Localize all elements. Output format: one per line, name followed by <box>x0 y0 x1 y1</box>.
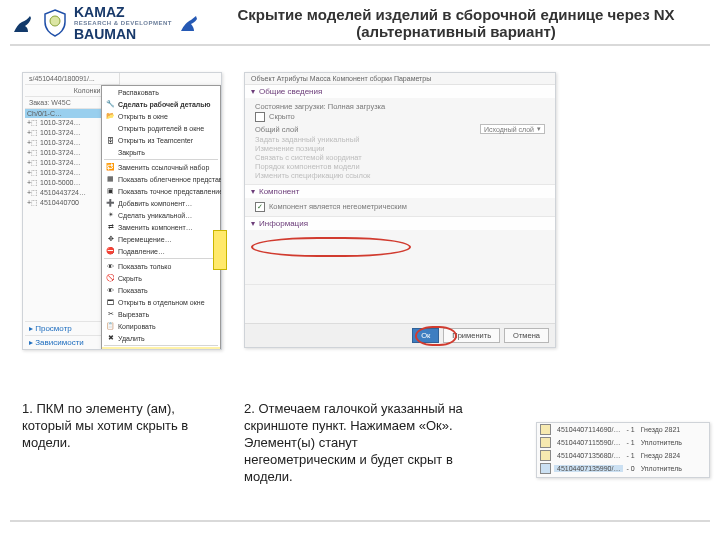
dialog-tabs: Объект Атрибуты Масса Компонент сборки П… <box>245 73 555 85</box>
ctx-item[interactable]: ✴Сделать уникальной… <box>102 209 220 221</box>
screenshot-properties-dialog: Объект Атрибуты Масса Компонент сборки П… <box>244 72 556 348</box>
teamcenter-icon: 🗄 <box>106 136 115 145</box>
hide-icon: 🚫 <box>106 274 115 283</box>
ctx-item[interactable]: 🗄Открыть из Teamcenter <box>102 134 220 146</box>
unique-icon: ✴ <box>106 211 115 220</box>
ctx-item[interactable]: 🔁Заменить ссылочный набор <box>102 161 220 173</box>
footer-divider <box>10 520 710 522</box>
cube-icon: ▣ <box>106 187 115 196</box>
caption-step-1: 1. ПКМ по элементу (ам), который мы хоти… <box>22 400 212 451</box>
wrench-icon: 🔧 <box>106 100 115 109</box>
suppress-icon: ⛔ <box>106 247 115 256</box>
disabled-option: Связать с системой координат <box>255 153 545 162</box>
ctx-item[interactable]: ⛔Подавление… <box>102 245 220 257</box>
swap-icon: ⇄ <box>106 223 115 232</box>
window-icon: 🗔 <box>106 298 115 307</box>
part-swatch-icon <box>540 450 551 461</box>
layer-dropdown[interactable]: Исходный слой▾ <box>480 124 545 134</box>
separator <box>104 258 218 259</box>
ctx-item[interactable]: Открыть родителей в окне <box>102 122 220 134</box>
nongeometric-checkbox[interactable] <box>255 202 265 212</box>
chevron-down-icon: ▾ <box>251 87 255 96</box>
ctx-item[interactable]: Закрыть <box>102 146 220 158</box>
visible-only-icon: 👁 <box>106 262 115 271</box>
ctx-item[interactable]: Распаковать <box>102 86 220 98</box>
kamaz-horse-icon <box>10 10 36 36</box>
separator <box>104 159 218 160</box>
properties-icon: 📝 <box>106 349 115 351</box>
section-component[interactable]: ▾Компонент <box>245 185 555 198</box>
disabled-option: Изменить спецификацию ссылок <box>255 171 545 180</box>
svg-point-0 <box>50 16 60 26</box>
logo-cluster: KAMAZ RESEARCH & DEVELOPMENT BAUMAN <box>10 7 202 40</box>
mini-row-selected: 45104407135990/…- 0Уплотнитель <box>537 462 709 475</box>
nongeometric-label: Компонент является негеометрическим <box>269 202 407 211</box>
ctx-item[interactable]: 🔧Сделать рабочей деталью <box>102 98 220 110</box>
dialog-buttons: Ок Применить Отмена <box>245 323 555 347</box>
screenshot-tree-context: s/4510440/180091/... Колонки : Св Заказ:… <box>22 72 222 350</box>
screenshot-result-list: 45104407114690/…- 1Гнездо 2821 451044071… <box>536 422 710 478</box>
add-icon: ➕ <box>106 199 115 208</box>
ctx-item[interactable]: 👁Показать <box>102 284 220 296</box>
divider <box>10 44 710 46</box>
load-state: Состояние загрузки: Полная загрузка <box>255 102 545 111</box>
copy-icon: 📋 <box>106 322 115 331</box>
cancel-button[interactable]: Отмена <box>504 328 549 343</box>
move-icon: ✥ <box>106 235 115 244</box>
slide-header: KAMAZ RESEARCH & DEVELOPMENT BAUMAN Скры… <box>0 0 720 40</box>
separator <box>104 345 218 346</box>
delete-icon: ✖ <box>106 334 115 343</box>
part-swatch-icon <box>540 437 551 448</box>
bauman-crest-icon <box>42 9 68 37</box>
ctx-item[interactable]: 👁Показать только <box>102 260 220 272</box>
blue-horse-icon <box>178 11 202 35</box>
layer-label: Общий слой <box>255 125 298 134</box>
disabled-option: Порядок компонентов модели <box>255 162 545 171</box>
ctx-item[interactable]: 📂Открыть в окне <box>102 110 220 122</box>
hidden-checkbox[interactable] <box>255 112 265 122</box>
disabled-option: Задать заданный уникальный <box>255 135 545 144</box>
section-general[interactable]: ▾Общие сведения <box>245 85 555 98</box>
ctx-item[interactable]: ▦Показать облегченное представление <box>102 173 220 185</box>
ctx-item[interactable]: ▣Показать точное представление <box>102 185 220 197</box>
yellow-highlight <box>213 230 227 270</box>
part-swatch-icon <box>540 424 551 435</box>
ctx-item[interactable]: ✖Удалить <box>102 332 220 344</box>
tree-path: s/4510440/180091/... <box>25 73 119 85</box>
section-info[interactable]: ▾Информация <box>245 217 555 230</box>
ctx-item[interactable]: 📋Копировать <box>102 320 220 332</box>
open-icon: 📂 <box>106 112 115 121</box>
mini-row: 45104407115590/…- 1Уплотнитель <box>537 436 709 449</box>
mini-row: 45104407114690/…- 1Гнездо 2821 <box>537 423 709 436</box>
mini-row: 45104407135680/…- 1Гнездо 2824 <box>537 449 709 462</box>
chevron-down-icon: ▾ <box>251 219 255 228</box>
red-oval-checkbox <box>251 237 411 257</box>
ctx-item-properties[interactable]: 📝Свойства <box>102 347 220 350</box>
cube-light-icon: ▦ <box>106 175 115 184</box>
slide-title: Скрытие моделей изделий в сборочной един… <box>202 6 710 40</box>
disabled-option: Изменение позиции <box>255 144 545 153</box>
ctx-item[interactable]: ⇄Заменить компонент… <box>102 221 220 233</box>
red-oval-ok <box>415 326 457 346</box>
kamaz-wordmark: KAMAZ RESEARCH & DEVELOPMENT BAUMAN <box>74 7 172 40</box>
show-icon: 👁 <box>106 286 115 295</box>
caption-step-2: 2. Отмечаем галочкой указанный на скринш… <box>244 400 469 485</box>
ctx-item[interactable]: ➕Добавить компонент… <box>102 197 220 209</box>
ctx-item[interactable]: ✂Вырезать <box>102 308 220 320</box>
part-swatch-icon <box>540 463 551 474</box>
chevron-down-icon: ▾ <box>251 187 255 196</box>
ctx-item[interactable]: 🗔Открыть в отдельном окне <box>102 296 220 308</box>
ctx-item[interactable]: 🚫Скрыть <box>102 272 220 284</box>
context-menu: Распаковать 🔧Сделать рабочей деталью 📂От… <box>101 85 221 350</box>
cut-icon: ✂ <box>106 310 115 319</box>
replace-icon: 🔁 <box>106 163 115 172</box>
ctx-item[interactable]: ✥Перемещение… <box>102 233 220 245</box>
chevron-down-icon: ▾ <box>537 125 541 133</box>
